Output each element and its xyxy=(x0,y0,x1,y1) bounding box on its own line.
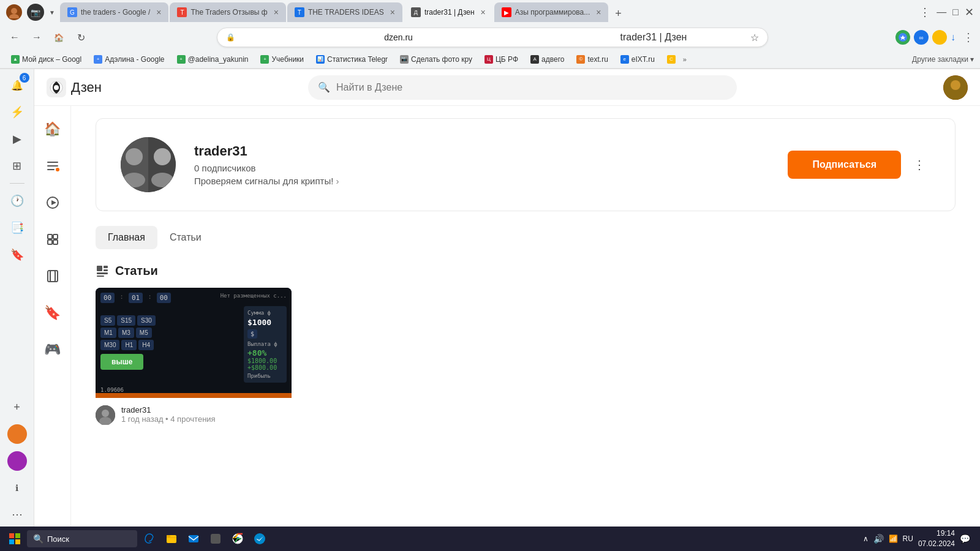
network-icon[interactable]: 📶 xyxy=(889,534,898,543)
home-button[interactable]: 🏠 xyxy=(50,29,67,46)
btn-m1[interactable]: M1 xyxy=(100,328,116,338)
more-actions-button[interactable]: ⋮ xyxy=(908,154,930,176)
window-maximize[interactable]: □ xyxy=(952,7,959,18)
ext-icon-2[interactable]: ∞ xyxy=(914,30,929,45)
profile-dropdown-arrow[interactable]: ▼ xyxy=(49,9,55,16)
sidebar-orange-app[interactable] xyxy=(7,424,27,444)
sidebar-collections[interactable]: 📑 xyxy=(7,218,27,238)
sidebar-apps[interactable]: ⊞ xyxy=(7,156,27,176)
sidebar-discover[interactable]: ⚡ xyxy=(7,102,27,122)
bookmark-cbrf[interactable]: Ц ЦБ РФ xyxy=(480,54,523,65)
window-minimize[interactable]: — xyxy=(937,7,946,18)
notification-icon[interactable]: 💬 xyxy=(960,534,970,544)
btn-s5[interactable]: S5 xyxy=(100,315,115,326)
dzen-logo-text: Дзен xyxy=(71,80,102,96)
dzen-nav-library[interactable] xyxy=(42,228,64,250)
bookmark-my-drive[interactable]: ▲ Мой диск – Googl xyxy=(6,54,86,65)
lock-icon: 🔒 xyxy=(226,33,235,42)
taskbar-app-mail[interactable] xyxy=(184,529,203,549)
tab-4-active[interactable]: Д trader31 | Дзен × xyxy=(404,2,493,22)
volume-icon[interactable]: 🔊 xyxy=(873,534,884,544)
sidebar-video[interactable]: ▶ xyxy=(7,129,27,149)
taskbar-app-telegram[interactable] xyxy=(250,529,270,549)
bookmark-adelina-google[interactable]: + Адэлина - Google xyxy=(89,54,169,65)
taskbar-search[interactable]: 🔍 Поиск xyxy=(27,530,137,547)
btn-s30[interactable]: S30 xyxy=(137,315,156,326)
tab-articles[interactable]: Статьи xyxy=(157,226,214,249)
taskbar-time[interactable]: 19:14 07.02.2024 xyxy=(918,528,955,549)
sidebar-notifications[interactable]: 🔔 xyxy=(7,75,27,95)
new-tab-button[interactable]: + xyxy=(609,5,627,22)
sidebar-purple-app[interactable] xyxy=(7,451,27,471)
language-badge[interactable]: RU xyxy=(903,534,913,543)
ext-icon-3[interactable] xyxy=(932,30,947,45)
page-content: Дзен 🔍 🏠 xyxy=(34,69,980,530)
profile-dots-menu[interactable]: ⋮ xyxy=(919,6,930,19)
other-bookmarks[interactable]: Другие закладки ▾ xyxy=(912,55,974,64)
tab-5[interactable]: ▶ Азы программирова... × xyxy=(494,2,609,22)
dzen-nav-home[interactable]: 🏠 xyxy=(42,118,64,140)
tab-2[interactable]: Т The Traders Отзывы ф × xyxy=(170,2,285,22)
tab-1[interactable]: G the traders - Google / × xyxy=(60,2,169,22)
btn-h4[interactable]: H4 xyxy=(138,340,154,350)
dzen-logo[interactable]: Дзен xyxy=(47,78,102,97)
dzen-nav-feed[interactable] xyxy=(42,155,64,177)
subscribe-button[interactable]: Подписаться xyxy=(788,151,901,179)
more-menu-button[interactable]: ⋮ xyxy=(963,31,974,44)
address-bar[interactable]: 🔒 dzen.ru trader31 | Дзен ☆ xyxy=(217,28,768,47)
tab-close-2[interactable]: × xyxy=(274,7,279,17)
forward-button[interactable]: → xyxy=(28,29,45,46)
browser-profile-icon[interactable] xyxy=(6,4,22,20)
tab-close-3[interactable]: × xyxy=(390,7,395,17)
bookmark-stats[interactable]: 📊 Статистика Telegr xyxy=(311,54,393,65)
tab-close-4[interactable]: × xyxy=(481,7,486,17)
search-input[interactable] xyxy=(336,82,727,93)
btn-s15[interactable]: S15 xyxy=(117,315,135,326)
telegram-icon xyxy=(254,533,266,545)
dzen-nav-saved[interactable] xyxy=(42,265,64,287)
taskbar-app-unknown[interactable] xyxy=(206,529,225,549)
start-button[interactable] xyxy=(5,529,24,549)
unknown-icon xyxy=(209,533,222,545)
dzen-inner: 🏠 xyxy=(34,106,980,530)
tab-close-5[interactable]: × xyxy=(596,7,601,17)
bookmark-c-letter[interactable]: C xyxy=(662,54,680,65)
dzen-nav-games[interactable]: 🎮 xyxy=(42,339,64,361)
bookmark-star[interactable]: ☆ xyxy=(750,32,759,43)
window-close[interactable]: ✕ xyxy=(965,6,974,19)
dzen-search-bar[interactable]: 🔍 xyxy=(308,75,737,100)
tab-main[interactable]: Главная xyxy=(96,226,157,249)
sidebar-bookmarks[interactable]: 🔖 xyxy=(7,245,27,264)
bookmark-adelina-tg[interactable]: + @adelina_yakunin xyxy=(172,54,254,65)
tab-3[interactable]: T THE TRADERS IDEAS × xyxy=(287,2,402,22)
download-icon[interactable]: ↓ xyxy=(951,32,956,43)
dzen-nav-bookmarks[interactable]: 🔖 xyxy=(42,302,64,324)
bookmark-textru[interactable]: © text.ru xyxy=(571,54,612,65)
tab-close-1[interactable]: × xyxy=(156,7,161,17)
reload-button[interactable]: ↻ xyxy=(72,29,89,46)
btn-m3[interactable]: M3 xyxy=(118,328,134,338)
more-bookmarks-chevron[interactable]: » xyxy=(683,56,687,63)
btn-h1[interactable]: H1 xyxy=(121,340,137,350)
taskbar-app-files[interactable] xyxy=(162,529,181,549)
btn-m5[interactable]: M5 xyxy=(136,328,152,338)
taskbar-app-edge[interactable] xyxy=(140,529,159,549)
sidebar-more-dots[interactable]: ⋯ xyxy=(9,505,25,523)
user-avatar[interactable] xyxy=(943,75,968,100)
dzen-nav-video[interactable] xyxy=(42,192,64,214)
tray-expand-arrow[interactable]: ∧ xyxy=(863,534,869,543)
back-button[interactable]: ← xyxy=(6,29,23,46)
bookmark-advego[interactable]: A адвего xyxy=(526,54,569,65)
camera-button[interactable]: 📷 xyxy=(27,4,44,21)
ext-icon-1[interactable] xyxy=(895,30,910,45)
sidebar-info[interactable]: ℹ xyxy=(7,478,27,498)
sidebar-history[interactable]: 🕐 xyxy=(7,191,27,211)
up-button[interactable]: выше xyxy=(100,354,143,370)
article-card-1[interactable]: 00 : 01 : 00 Нет размещенных с... xyxy=(96,288,292,432)
bookmark-textbooks[interactable]: + Учебники xyxy=(255,54,309,65)
btn-m30[interactable]: M30 xyxy=(100,340,119,350)
taskbar-app-chrome[interactable] xyxy=(228,529,247,549)
sidebar-add[interactable]: + xyxy=(7,397,27,417)
bookmark-photo[interactable]: 📷 Сделать фото кру xyxy=(395,54,477,65)
bookmark-eixt[interactable]: e eIXT.ru xyxy=(616,54,660,65)
